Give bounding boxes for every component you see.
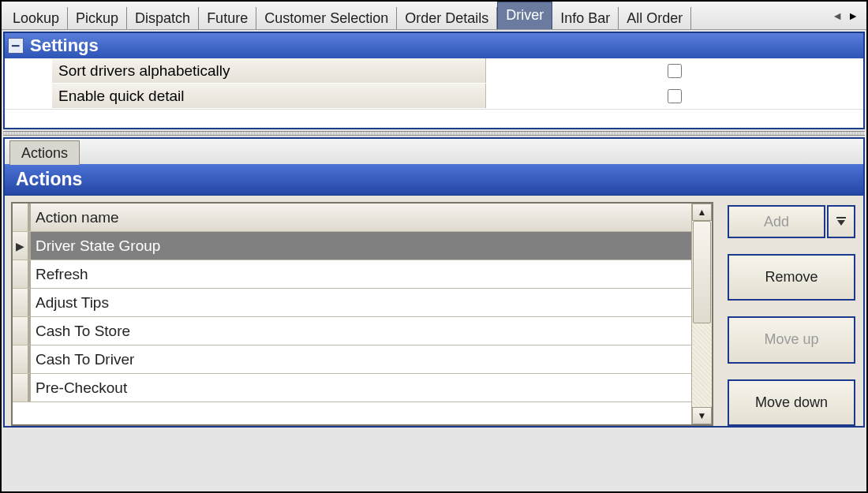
dropdown-arrow-icon <box>835 215 847 228</box>
add-button[interactable]: Add <box>728 205 825 238</box>
tab-future[interactable]: Future <box>199 7 256 29</box>
settings-value <box>486 84 863 108</box>
settings-label: Enable quick detail <box>52 84 486 108</box>
table-row[interactable]: Pre-Checkout <box>13 374 691 402</box>
row-indicator <box>13 374 28 401</box>
sort-alphabetically-checkbox[interactable] <box>668 64 682 78</box>
sub-tabstrip: Actions <box>3 137 865 164</box>
move-up-button[interactable]: Move up <box>728 316 855 363</box>
scroll-up-button[interactable]: ▲ <box>692 204 712 221</box>
table-row[interactable]: Refresh <box>13 260 691 289</box>
add-dropdown-button[interactable] <box>827 205 855 238</box>
tab-lookup[interactable]: Lookup <box>5 7 68 29</box>
tab-all-order[interactable]: All Order <box>619 7 691 29</box>
row-indicator <box>13 317 28 345</box>
table-row[interactable]: Cash To Driver <box>13 345 691 374</box>
settings-header: − Settings <box>5 33 863 58</box>
tab-info-bar[interactable]: Info Bar <box>552 7 619 29</box>
table-row[interactable]: Cash To Store <box>13 317 691 345</box>
remove-button[interactable]: Remove <box>728 254 855 301</box>
add-button-group: Add <box>728 205 855 238</box>
actions-body: Action name ▶ Driver State Group Refresh… <box>5 196 863 426</box>
tabs-container: Lookup Pickup Dispatch Future Customer S… <box>5 2 827 29</box>
settings-section: − Settings Sort drivers alphabetically E… <box>3 32 865 129</box>
tab-dispatch[interactable]: Dispatch <box>127 7 199 29</box>
move-down-button[interactable]: Move down <box>728 379 855 426</box>
grid-scrollbar: ▲ ▼ <box>691 204 712 424</box>
table-row[interactable]: Adjust Tips <box>13 289 691 317</box>
grid-header-row: Action name <box>13 204 691 232</box>
row-indicator <box>13 289 28 316</box>
svg-marker-1 <box>837 220 845 226</box>
table-row[interactable]: ▶ Driver State Group <box>13 232 691 260</box>
actions-section: Actions Action name ▶ Driver State Group <box>3 164 865 428</box>
tab-pickup[interactable]: Pickup <box>68 7 127 29</box>
action-name-cell: Cash To Driver <box>31 345 691 373</box>
tab-order-details[interactable]: Order Details <box>397 7 497 29</box>
action-name-cell: Pre-Checkout <box>31 374 691 401</box>
subtab-actions[interactable]: Actions <box>9 140 80 165</box>
svg-rect-0 <box>836 217 846 218</box>
tab-scroll-left-icon[interactable]: ◄ <box>832 9 843 22</box>
tab-customer-selection[interactable]: Customer Selection <box>256 7 397 29</box>
settings-label: Sort drivers alphabetically <box>52 58 486 83</box>
current-row-indicator-icon: ▶ <box>13 232 28 260</box>
settings-spacer <box>5 109 863 128</box>
action-name-cell: Refresh <box>31 260 691 288</box>
settings-row-sort: Sort drivers alphabetically <box>5 58 863 84</box>
action-name-cell: Cash To Store <box>31 317 691 345</box>
row-indicator <box>13 260 28 288</box>
collapse-icon[interactable]: − <box>8 38 24 54</box>
scroll-track[interactable] <box>692 221 712 407</box>
settings-body: Sort drivers alphabetically Enable quick… <box>5 58 863 128</box>
settings-title: Settings <box>30 35 99 56</box>
tab-scroll-controls: ◄ ► <box>827 9 863 22</box>
tab-driver[interactable]: Driver <box>497 2 552 29</box>
scroll-down-button[interactable]: ▼ <box>692 407 712 424</box>
actions-header: Actions <box>5 164 863 196</box>
actions-grid: Action name ▶ Driver State Group Refresh… <box>11 202 713 426</box>
actions-buttons-column: Add Remove Move up Move down <box>713 196 863 426</box>
row-indent <box>5 84 52 108</box>
row-indicator <box>13 345 28 373</box>
quick-detail-checkbox[interactable] <box>668 89 682 103</box>
grid-rows: Action name ▶ Driver State Group Refresh… <box>13 204 691 424</box>
tab-scroll-right-icon[interactable]: ► <box>847 9 859 22</box>
settings-value <box>486 58 863 83</box>
scroll-thumb[interactable] <box>693 221 711 323</box>
column-header-action-name[interactable]: Action name <box>31 204 691 231</box>
main-tabstrip: Lookup Pickup Dispatch Future Customer S… <box>2 2 866 30</box>
actions-title: Actions <box>16 169 82 190</box>
action-name-cell: Driver State Group <box>31 232 691 260</box>
pane-splitter[interactable] <box>3 131 865 136</box>
row-header-indicator <box>13 204 28 231</box>
settings-row-quick-detail: Enable quick detail <box>5 84 863 109</box>
row-indent <box>5 58 52 83</box>
action-name-cell: Adjust Tips <box>31 289 691 316</box>
